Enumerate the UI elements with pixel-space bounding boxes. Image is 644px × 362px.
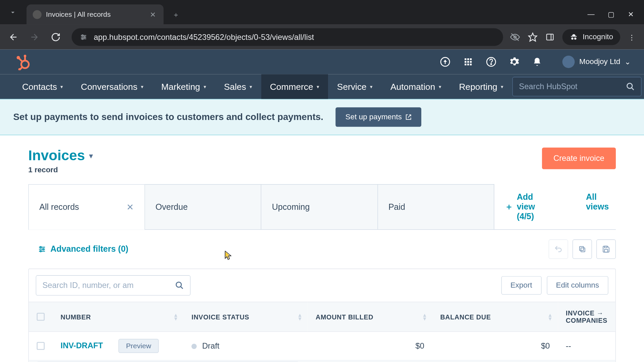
nav-contacts[interactable]: Contacts▾ bbox=[13, 74, 72, 99]
tab-all-records[interactable]: All records ✕ bbox=[28, 184, 145, 229]
col-number[interactable]: NUMBER▴▾ bbox=[53, 302, 183, 331]
invoice-table: Export Edit columns NUMBER▴▾ INVOICE STA… bbox=[28, 268, 616, 362]
table-row[interactable]: INV-DRAFT Preview Draft $0 $0 -- bbox=[29, 331, 615, 360]
save-view-button[interactable] bbox=[596, 239, 616, 259]
app-header: Moodjoy Ltd ⌄ bbox=[0, 50, 644, 74]
banner-text: Set up payments to send invoices to cust… bbox=[13, 112, 323, 122]
invoice-number-link[interactable]: INV-DRAFT bbox=[61, 341, 103, 350]
url-text: app.hubspot.com/contacts/45239562/object… bbox=[94, 33, 314, 42]
browser-menu-icon[interactable]: ⋮ bbox=[628, 33, 635, 41]
svg-point-33 bbox=[176, 282, 181, 287]
svg-rect-31 bbox=[604, 249, 608, 252]
col-companies[interactable]: INVOICE → COMPANIES bbox=[558, 302, 615, 331]
view-tabs: All records ✕ Overdue Upcoming Paid ＋ Ad… bbox=[28, 184, 616, 230]
payments-banner: Set up payments to send invoices to cust… bbox=[0, 99, 644, 135]
help-icon[interactable] bbox=[486, 56, 497, 67]
svg-rect-9 bbox=[547, 34, 553, 40]
browser-tab[interactable]: Invoices | All records ✕ bbox=[26, 4, 164, 25]
advanced-filters-button[interactable]: Advanced filters (0) bbox=[28, 244, 128, 254]
browser-address-bar: app.hubspot.com/contacts/45239562/object… bbox=[0, 25, 644, 50]
avatar bbox=[562, 56, 575, 68]
svg-line-13 bbox=[19, 59, 23, 62]
eye-off-icon[interactable] bbox=[510, 32, 520, 42]
select-all-checkbox[interactable] bbox=[37, 313, 45, 321]
reload-button[interactable] bbox=[47, 28, 65, 46]
horizontal-scrollbar[interactable]: ◀ ▶ bbox=[29, 360, 615, 362]
add-view-button[interactable]: ＋ Add view (4/5) bbox=[494, 184, 564, 229]
status-dot-icon bbox=[192, 344, 197, 349]
main-nav: Contacts▾ Conversations▾ Marketing▾ Sale… bbox=[0, 74, 644, 99]
row-checkbox[interactable] bbox=[37, 342, 45, 350]
account-menu[interactable]: Moodjoy Ltd ⌄ bbox=[562, 56, 631, 68]
minimize-button[interactable]: — bbox=[588, 10, 595, 18]
svg-point-21 bbox=[627, 83, 632, 88]
svg-point-28 bbox=[40, 250, 41, 252]
svg-marker-8 bbox=[529, 33, 537, 41]
amount-billed: $0 bbox=[308, 331, 432, 360]
edit-columns-button[interactable]: Edit columns bbox=[547, 276, 608, 295]
bell-icon[interactable] bbox=[532, 56, 543, 67]
setup-payments-button[interactable]: Set up payments bbox=[336, 107, 421, 127]
browser-tab-strip: Invoices | All records ✕ ＋ — ▢ ✕ bbox=[0, 0, 644, 25]
tab-paid[interactable]: Paid bbox=[378, 184, 494, 229]
status-text: Draft bbox=[202, 341, 219, 350]
tab-favicon bbox=[33, 10, 42, 19]
svg-point-3 bbox=[82, 35, 83, 36]
page-title[interactable]: Invoices ▾ bbox=[28, 147, 93, 164]
tab-close-icon[interactable]: ✕ bbox=[149, 10, 157, 19]
forward-button[interactable] bbox=[25, 28, 43, 46]
tab-overdue[interactable]: Overdue bbox=[145, 184, 261, 229]
incognito-badge[interactable]: Incognito bbox=[562, 29, 620, 45]
nav-commerce[interactable]: Commerce▾ bbox=[261, 74, 328, 99]
back-button[interactable] bbox=[4, 28, 22, 46]
all-views-link[interactable]: All views bbox=[564, 184, 616, 229]
svg-point-15 bbox=[24, 55, 26, 57]
tab-upcoming[interactable]: Upcoming bbox=[261, 184, 378, 229]
nav-conversations[interactable]: Conversations▾ bbox=[72, 74, 153, 99]
window-controls: — ▢ ✕ bbox=[588, 10, 644, 24]
global-search[interactable] bbox=[513, 77, 642, 96]
undo-button[interactable] bbox=[549, 239, 568, 259]
search-icon[interactable] bbox=[626, 82, 635, 91]
col-amount[interactable]: AMOUNT BILLED▴▾ bbox=[308, 302, 432, 331]
export-button[interactable]: Export bbox=[501, 276, 541, 295]
svg-rect-30 bbox=[580, 246, 584, 250]
tab-title: Invoices | All records bbox=[46, 11, 144, 19]
new-tab-button[interactable]: ＋ bbox=[168, 7, 184, 23]
gear-icon[interactable] bbox=[508, 56, 520, 67]
companies-cell: -- bbox=[558, 331, 615, 360]
maximize-button[interactable]: ▢ bbox=[608, 10, 614, 18]
create-invoice-button[interactable]: Create invoice bbox=[542, 147, 616, 169]
nav-reporting[interactable]: Reporting▾ bbox=[450, 74, 512, 99]
svg-point-4 bbox=[84, 37, 85, 38]
col-balance[interactable]: BALANCE DUE▴▾ bbox=[432, 302, 558, 331]
upgrade-icon[interactable] bbox=[440, 56, 451, 67]
side-panel-icon[interactable] bbox=[545, 33, 554, 42]
balance-due: $0 bbox=[432, 331, 558, 360]
url-bar[interactable]: app.hubspot.com/contacts/45239562/object… bbox=[72, 28, 503, 46]
bookmark-star-icon[interactable] bbox=[528, 32, 538, 42]
search-icon[interactable] bbox=[175, 281, 184, 290]
col-status[interactable]: INVOICE STATUS▴▾ bbox=[183, 302, 308, 331]
svg-point-5 bbox=[82, 38, 83, 40]
table-search-input[interactable] bbox=[43, 281, 171, 290]
tab-search-button[interactable] bbox=[0, 0, 25, 25]
record-count: 1 record bbox=[28, 166, 93, 174]
svg-rect-32 bbox=[604, 246, 607, 248]
svg-point-26 bbox=[40, 246, 41, 248]
close-icon[interactable]: ✕ bbox=[126, 202, 134, 213]
clone-view-button[interactable] bbox=[573, 239, 592, 259]
hubspot-logo[interactable] bbox=[13, 53, 30, 70]
nav-marketing[interactable]: Marketing▾ bbox=[152, 74, 215, 99]
svg-point-27 bbox=[43, 248, 44, 250]
nav-automation[interactable]: Automation▾ bbox=[382, 74, 450, 99]
nav-service[interactable]: Service▾ bbox=[328, 74, 382, 99]
site-settings-icon[interactable] bbox=[79, 33, 88, 41]
close-window-button[interactable]: ✕ bbox=[628, 10, 634, 18]
svg-line-22 bbox=[632, 88, 634, 90]
marketplace-icon[interactable] bbox=[463, 56, 474, 67]
preview-button[interactable]: Preview bbox=[118, 339, 159, 353]
table-search[interactable] bbox=[36, 275, 191, 296]
nav-sales[interactable]: Sales▾ bbox=[215, 74, 261, 99]
global-search-input[interactable] bbox=[519, 82, 622, 91]
